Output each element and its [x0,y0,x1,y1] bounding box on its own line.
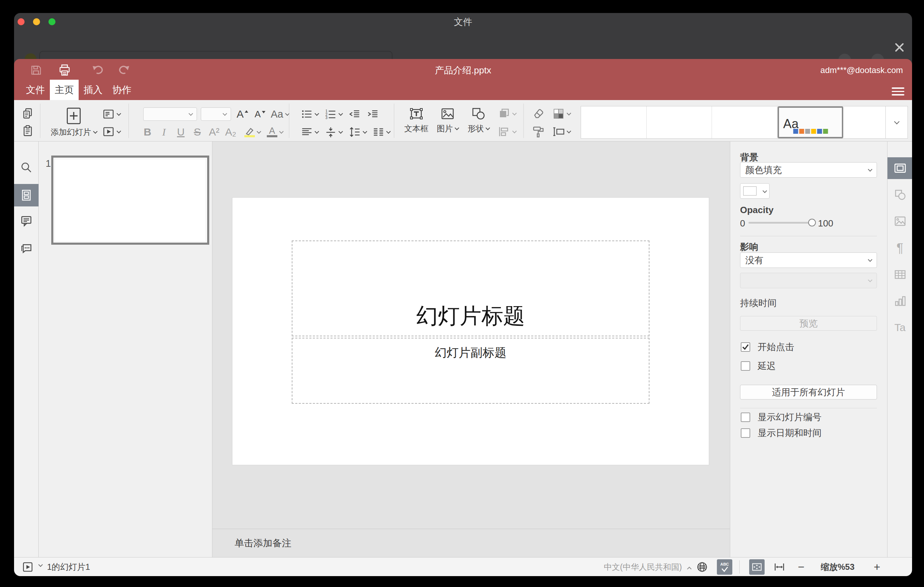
highlight-color-button[interactable] [242,125,262,139]
slide-thumbnail[interactable] [51,155,209,245]
fit-width-button[interactable] [774,561,785,572]
arrange-icon [498,107,510,120]
app-window: 文件 产品介绍.pptx adm***@dootask.com 文件 主页 插入… [14,13,912,576]
chat-button[interactable] [14,237,39,259]
tab-file[interactable]: 文件 [21,80,50,100]
theme-tile-selected[interactable]: Aa [777,106,843,139]
language-label[interactable]: 中文(中华人民共和国) [604,557,682,576]
paste-button[interactable] [20,123,35,139]
title-placeholder[interactable]: 幻灯片标题 [292,241,650,336]
columns-button[interactable] [371,125,392,139]
change-case-button[interactable]: Aa [268,107,291,121]
language-globe-button[interactable] [696,561,708,572]
vertical-align-button[interactable] [323,125,344,139]
paint-roller-button[interactable] [531,125,546,139]
italic-button[interactable]: I [157,125,171,139]
shape-button[interactable]: 形状 [463,106,494,134]
chevron-down-icon [223,111,227,116]
editor-canvas[interactable]: 幻灯片标题 幻灯片副标题 [213,142,730,529]
show-date-time-checkbox[interactable] [741,428,750,438]
spellcheck-button[interactable]: ABC [717,559,732,575]
color-scheme-button[interactable] [551,106,572,121]
chevron-down-icon [868,278,873,282]
numbering-button[interactable]: 123 [323,107,344,121]
numbering-icon: 123 [325,108,337,120]
theme-tile[interactable] [581,106,647,139]
delay-checkbox[interactable] [741,361,750,371]
color-scheme-icon [552,107,565,120]
window-title: 文件 [14,13,912,31]
image-icon [440,106,455,121]
font-color-button[interactable]: A [265,125,285,139]
window-close-icon[interactable] [893,40,906,54]
subscript-button[interactable]: A₂ [223,125,238,139]
image-settings-button[interactable] [888,210,912,232]
align-button[interactable] [299,125,320,139]
theme-tile[interactable] [647,106,712,139]
decrease-font-button[interactable]: A [252,107,268,121]
bullets-button[interactable] [299,107,320,121]
theme-tile[interactable] [712,106,777,139]
slide-size-button[interactable] [551,125,572,139]
opacity-slider-thumb[interactable] [808,219,816,226]
zoom-out-button[interactable]: − [794,557,808,576]
subtitle-placeholder[interactable]: 幻灯片副标题 [292,338,650,404]
chevron-down-icon [512,111,517,115]
zoom-in-button[interactable]: + [870,557,884,576]
slide-layout-button[interactable] [101,107,122,121]
superscript-button[interactable]: A² [207,125,221,139]
effect-select[interactable]: 没有 [740,252,877,268]
add-slide-button[interactable]: 添加幻灯片 [48,107,100,138]
tab-collaboration[interactable]: 协作 [107,80,136,100]
font-size-select[interactable] [201,107,231,121]
tab-insert[interactable]: 插入 [79,80,107,100]
slide-settings-button[interactable] [888,157,912,179]
slides-panel-button[interactable] [14,184,39,206]
start-on-click-checkbox[interactable] [741,342,750,352]
comments-button[interactable] [14,209,39,232]
underline-button[interactable]: U [174,125,188,139]
chevron-down-icon [386,129,391,134]
fill-type-select[interactable]: 颜色填充 [740,162,877,178]
opacity-label: Opacity [740,204,774,216]
textbox-button[interactable]: 文本框 [400,106,432,134]
slide-layout-icon [102,108,115,120]
theme-tile[interactable] [843,106,885,139]
globe-icon [696,561,708,572]
chevron-down-icon[interactable] [38,562,43,567]
hamburger-menu-icon[interactable] [892,85,904,96]
search-button[interactable] [14,157,39,179]
strikeout-button[interactable]: S [190,125,204,139]
font-name-select[interactable] [143,107,197,121]
chevron-down-icon [363,129,367,134]
fill-type-value: 颜色填充 [745,164,782,176]
paragraph-settings-button[interactable]: ¶ [888,237,912,259]
increase-font-button[interactable]: A [234,107,251,121]
notes-area[interactable]: 单击添加备注 [213,529,730,557]
arrange-button[interactable] [496,106,518,121]
line-spacing-button[interactable] [347,125,369,139]
increase-indent-button[interactable] [365,107,381,121]
copy-button[interactable] [20,106,35,121]
slide[interactable]: 幻灯片标题 幻灯片副标题 [233,198,709,465]
chevron-down-icon [257,129,261,134]
shape-settings-icon [894,188,906,201]
play-slideshow-button[interactable] [23,562,33,572]
fill-color-picker[interactable] [740,183,769,199]
image-button[interactable]: 图片 [432,106,463,134]
chart-settings-button[interactable] [888,290,912,312]
start-slideshow-button[interactable] [101,125,122,139]
shape-settings-button[interactable] [888,184,912,205]
decrease-indent-button[interactable] [347,107,362,121]
fit-slide-button[interactable] [749,559,765,575]
eraser-button[interactable] [531,106,546,121]
show-slide-number-checkbox[interactable] [741,412,750,422]
tab-home[interactable]: 主页 [50,80,79,100]
table-settings-button[interactable] [888,264,912,285]
theme-gallery-more-button[interactable] [885,106,908,139]
textart-settings-button[interactable]: Ta [888,317,912,338]
align-objects-button[interactable] [496,125,518,139]
apply-all-button[interactable]: 适用于所有幻灯片 [740,385,877,399]
opacity-slider[interactable] [749,222,812,224]
bold-button[interactable]: B [140,125,155,139]
